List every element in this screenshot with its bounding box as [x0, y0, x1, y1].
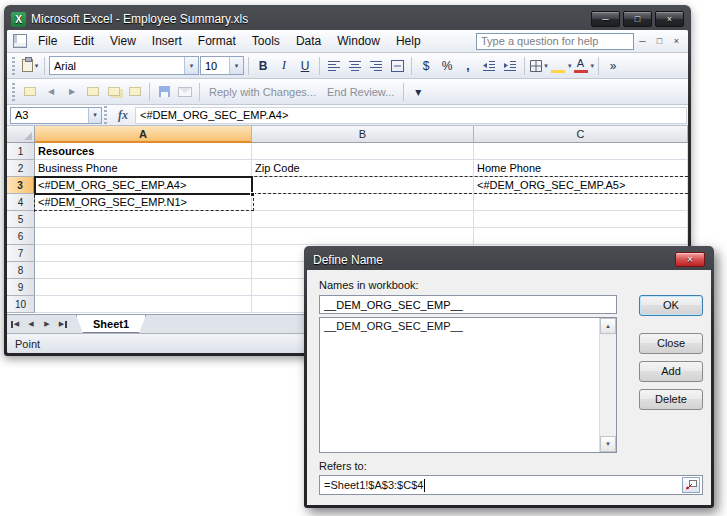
chevron-down-icon[interactable]: ▾	[229, 57, 243, 74]
delete-button[interactable]: Delete	[639, 389, 703, 410]
chevron-down-icon[interactable]: ▾	[184, 57, 198, 74]
merge-center-button[interactable]	[387, 56, 407, 76]
scroll-down-icon[interactable]: ▼	[600, 436, 616, 452]
first-sheet-button[interactable]: ◀	[7, 315, 23, 333]
cell-B6[interactable]	[252, 228, 474, 245]
delete-comment-button[interactable]	[125, 82, 145, 102]
cell-A4[interactable]: <#DEM_ORG_SEC_EMP.N1>	[35, 194, 252, 211]
row-header-5[interactable]: 5	[7, 211, 35, 228]
cell-A10[interactable]	[35, 296, 252, 313]
last-sheet-button[interactable]: ▶	[55, 315, 71, 333]
font-size-combo[interactable]: 10 ▾	[200, 56, 244, 75]
align-left-button[interactable]	[324, 56, 344, 76]
name-input[interactable]	[319, 295, 617, 314]
previous-sheet-button[interactable]: ◀	[23, 315, 39, 333]
minimize-button[interactable]: ─	[591, 11, 620, 27]
dialog-close-button[interactable]: ×	[675, 252, 705, 267]
end-review-button[interactable]: End Review...	[322, 86, 399, 98]
fill-color-button[interactable]: ▾	[550, 56, 572, 76]
column-header-A[interactable]: A	[35, 126, 252, 143]
bold-button[interactable]: B	[253, 56, 273, 76]
previous-comment-button[interactable]: ◀	[41, 82, 61, 102]
workbook-restore-button[interactable]: □	[652, 34, 667, 49]
menu-file[interactable]: File	[30, 31, 65, 51]
italic-button[interactable]: I	[274, 56, 294, 76]
update-file-button[interactable]	[154, 82, 174, 102]
currency-button[interactable]: $	[416, 56, 436, 76]
cell-A8[interactable]	[35, 262, 252, 279]
edit-comment-button[interactable]	[20, 82, 40, 102]
menu-help[interactable]: Help	[388, 31, 429, 51]
toolbar-grip[interactable]	[12, 57, 15, 75]
cell-A6[interactable]	[35, 228, 252, 245]
menu-edit[interactable]: Edit	[65, 31, 102, 51]
title-bar[interactable]: X Microsoft Excel - Employee Summary.xls…	[7, 8, 688, 30]
reply-with-changes-button[interactable]: Reply with Changes...	[204, 86, 321, 98]
column-header-C[interactable]: C	[474, 126, 688, 143]
name-box[interactable]: A3 ▾	[10, 107, 102, 124]
font-color-button[interactable]: A ▾	[573, 56, 595, 76]
menu-format[interactable]: Format	[190, 31, 244, 51]
scroll-up-icon[interactable]: ▲	[600, 318, 616, 334]
fill-handle[interactable]	[250, 192, 255, 197]
help-question-input[interactable]	[476, 33, 634, 50]
cell-B3[interactable]	[252, 177, 474, 194]
next-comment-button[interactable]: ▶	[62, 82, 82, 102]
row-header-3[interactable]: 3	[7, 177, 35, 194]
names-listbox[interactable]: __DEM_ORG_SEC_EMP__ ▲ ▼	[319, 317, 617, 453]
borders-button[interactable]: ▾	[529, 56, 549, 76]
row-header-4[interactable]: 4	[7, 194, 35, 211]
listbox-scrollbar[interactable]: ▲ ▼	[599, 318, 616, 452]
paste-button[interactable]: ▾	[20, 56, 40, 76]
add-button[interactable]: Add	[639, 361, 703, 382]
row-header-9[interactable]: 9	[7, 279, 35, 296]
cell-A1[interactable]: Resources	[35, 143, 252, 160]
cell-C2[interactable]: Home Phone	[474, 160, 688, 177]
workbook-close-button[interactable]: ×	[669, 34, 684, 49]
toolbar-options-button[interactable]: ▾	[408, 82, 428, 102]
cell-C6[interactable]	[474, 228, 688, 245]
formula-input[interactable]: <#DEM_ORG_SEC_EMP.A4>	[135, 107, 687, 124]
cell-C5[interactable]	[474, 211, 688, 228]
chevron-down-icon[interactable]: ▾	[88, 108, 101, 123]
send-to-mail-button[interactable]	[175, 82, 195, 102]
menu-insert[interactable]: Insert	[144, 31, 190, 51]
cell-A7[interactable]	[35, 245, 252, 262]
cell-A5[interactable]	[35, 211, 252, 228]
cell-A9[interactable]	[35, 279, 252, 296]
row-header-6[interactable]: 6	[7, 228, 35, 245]
cell-B5[interactable]	[252, 211, 474, 228]
show-comment-button[interactable]	[83, 82, 103, 102]
increase-indent-button[interactable]	[500, 56, 520, 76]
align-right-button[interactable]	[366, 56, 386, 76]
menu-view[interactable]: View	[102, 31, 144, 51]
list-item[interactable]: __DEM_ORG_SEC_EMP__	[320, 318, 616, 334]
next-sheet-button[interactable]: ▶	[39, 315, 55, 333]
cell-B4[interactable]	[252, 194, 474, 211]
row-header-10[interactable]: 10	[7, 296, 35, 313]
row-header-8[interactable]: 8	[7, 262, 35, 279]
maximize-button[interactable]: □	[623, 11, 652, 27]
percent-button[interactable]: %	[437, 56, 457, 76]
workbook-minimize-button[interactable]: ─	[635, 34, 650, 49]
sheet-tab-sheet1[interactable]: Sheet1	[76, 315, 146, 333]
font-name-combo[interactable]: Arial ▾	[49, 56, 199, 75]
cell-A2[interactable]: Business Phone	[35, 160, 252, 177]
insert-function-icon[interactable]: fx	[111, 108, 135, 123]
comma-style-button[interactable]: ,	[458, 56, 478, 76]
toolbar-options-button[interactable]: »	[603, 56, 623, 76]
refers-to-input[interactable]: =Sheet1!$A$3:$C$4	[319, 475, 703, 495]
cell-B2[interactable]: Zip Code	[252, 160, 474, 177]
decrease-indent-button[interactable]	[479, 56, 499, 76]
cell-C1[interactable]	[474, 143, 688, 160]
menu-window[interactable]: Window	[329, 31, 388, 51]
range-picker-button[interactable]	[682, 477, 700, 493]
ok-button[interactable]: OK	[639, 295, 703, 316]
align-center-button[interactable]	[345, 56, 365, 76]
column-header-B[interactable]: B	[252, 126, 474, 143]
formula-bar-grip[interactable]	[104, 106, 107, 124]
close-button[interactable]: ×	[655, 11, 684, 27]
cell-C3[interactable]: <#DEM_ORG_SEC_EMP.A5>	[474, 177, 688, 194]
menu-tools[interactable]: Tools	[244, 31, 288, 51]
row-header-2[interactable]: 2	[7, 160, 35, 177]
